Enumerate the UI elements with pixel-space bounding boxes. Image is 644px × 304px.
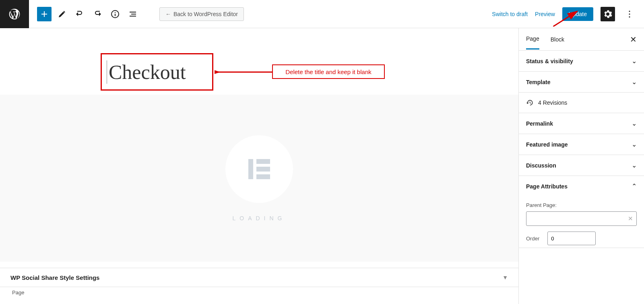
switch-to-draft-button[interactable]: Switch to draft	[492, 11, 528, 17]
more-options-button[interactable]	[622, 7, 637, 21]
info-icon	[110, 9, 120, 19]
panel-page-attributes[interactable]: Page Attributes ⌃	[519, 176, 644, 196]
svg-rect-5	[248, 159, 253, 179]
panel-title: Featured image	[526, 141, 568, 148]
history-icon	[526, 99, 533, 106]
panel-title: Status & visibility	[526, 58, 573, 64]
back-to-editor-button[interactable]: ← Back to WordPress Editor	[159, 7, 244, 21]
svg-point-2	[629, 16, 630, 17]
close-sidebar-button[interactable]: ✕	[630, 35, 637, 44]
parent-page-label: Parent Page:	[526, 202, 637, 208]
undo-icon	[75, 9, 85, 19]
loading-text: LOADING	[232, 215, 286, 221]
tab-block[interactable]: Block	[551, 30, 564, 49]
order-input[interactable]	[547, 232, 596, 245]
svg-rect-8	[256, 174, 270, 179]
outline-button[interactable]	[126, 7, 140, 21]
panel-permalink[interactable]: Permalink ⌄	[519, 113, 644, 134]
annotation-arrow-to-update	[553, 9, 581, 27]
sidebar-tabs: Page Block ✕	[519, 28, 644, 51]
panel-title: Discussion	[526, 162, 556, 169]
metabox-social-share[interactable]: WP Social Share Style Settings ▼	[0, 268, 518, 287]
back-label: Back to WordPress Editor	[173, 11, 238, 17]
svg-rect-7	[256, 167, 270, 172]
annotation-text: Delete the title and keep it blank	[285, 68, 371, 75]
page-title-text: Checkout	[107, 60, 186, 84]
edit-button[interactable]	[55, 7, 69, 21]
svg-rect-6	[256, 159, 270, 164]
topbar: ← Back to WordPress Editor Switch to dra…	[0, 0, 644, 28]
annotation-callout: Delete the title and keep it blank	[272, 64, 385, 79]
kebab-icon	[625, 9, 634, 19]
page-title-field[interactable]: Checkout	[101, 53, 213, 91]
arrow-left-icon: ←	[165, 11, 171, 17]
caret-down-icon: ▼	[502, 274, 508, 281]
panel-title: Template	[526, 79, 550, 85]
chevron-down-icon: ⌄	[632, 120, 637, 127]
svg-point-1	[629, 13, 630, 14]
chevron-down-icon: ⌄	[632, 78, 637, 86]
svg-point-0	[629, 10, 630, 12]
wordpress-logo[interactable]	[0, 0, 29, 28]
annotation-arrow-to-title	[215, 69, 272, 75]
page-attributes-body: Parent Page: ✕ Order	[519, 196, 644, 248]
revisions-text: 4 Revisions	[538, 99, 567, 106]
main: Checkout Delete the title and keep it bl…	[0, 28, 644, 304]
elementor-logo-circle	[225, 135, 293, 203]
gear-icon	[603, 9, 613, 19]
panel-status-visibility[interactable]: Status & visibility ⌄	[519, 51, 644, 72]
info-button[interactable]	[108, 7, 122, 21]
add-block-button[interactable]	[37, 7, 52, 21]
metabox-title: WP Social Share Style Settings	[10, 274, 99, 281]
editor-canvas: Checkout Delete the title and keep it bl…	[0, 28, 518, 304]
panel-title: Page Attributes	[526, 183, 568, 190]
redo-icon	[93, 9, 102, 19]
undo-button[interactable]	[72, 7, 87, 21]
panel-featured-image[interactable]: Featured image ⌄	[519, 134, 644, 155]
elementor-loading-area: LOADING	[0, 95, 518, 262]
settings-sidebar: Page Block ✕ Status & visibility ⌄ Templ…	[518, 28, 644, 304]
panel-discussion[interactable]: Discussion ⌄	[519, 155, 644, 176]
chevron-down-icon: ⌄	[632, 141, 637, 148]
wordpress-icon	[8, 8, 21, 21]
toolbar-left: ← Back to WordPress Editor	[29, 7, 244, 21]
redo-button[interactable]	[90, 7, 105, 21]
revisions-link[interactable]: 4 Revisions	[519, 93, 644, 113]
chevron-down-icon: ⌄	[632, 161, 637, 169]
clear-icon[interactable]: ✕	[628, 215, 633, 222]
plus-icon	[39, 9, 49, 19]
chevron-up-icon: ⌃	[632, 182, 637, 190]
tab-page[interactable]: Page	[526, 29, 539, 50]
elementor-icon	[245, 155, 273, 183]
footer-text: Page	[12, 290, 24, 296]
pencil-icon	[57, 9, 67, 19]
list-icon	[128, 9, 138, 19]
panel-title: Permalink	[526, 120, 553, 127]
settings-button[interactable]	[601, 7, 615, 21]
chevron-down-icon: ⌄	[632, 57, 637, 65]
parent-page-combobox[interactable]: ✕	[526, 211, 637, 226]
svg-line-3	[553, 11, 577, 27]
panel-template[interactable]: Template ⌄	[519, 72, 644, 93]
preview-button[interactable]: Preview	[535, 11, 555, 17]
order-label: Order	[526, 236, 539, 242]
